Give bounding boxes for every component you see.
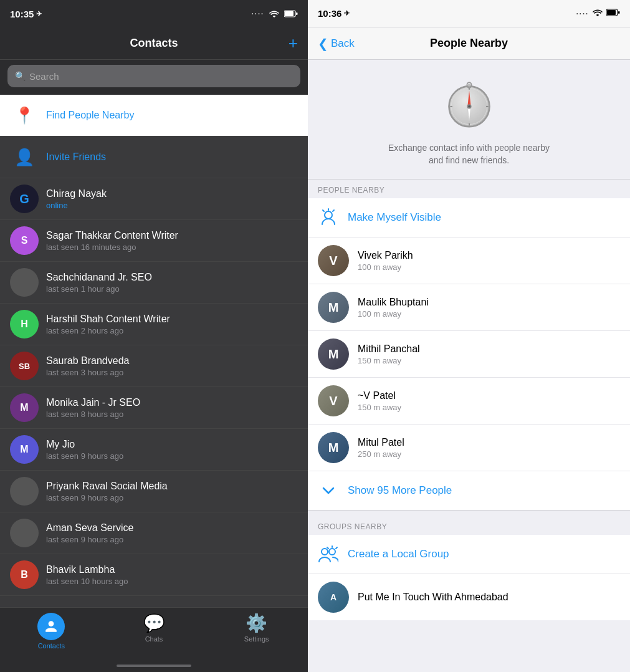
maulik-distance: 100 m away	[358, 309, 620, 319]
back-chevron-icon: ❮	[318, 36, 328, 51]
aman-avatar	[10, 519, 39, 547]
sachchidanand-avatar	[10, 268, 39, 297]
sagar-name: Sagar Thakkar Content Writer	[46, 230, 298, 241]
header-left: Contacts +	[0, 27, 308, 60]
put-in-touch-label: Put Me In Touch With Ahmedabad	[358, 592, 508, 603]
contact-saurab[interactable]: SB Saurab Brandveda last seen 3 hours ag…	[0, 345, 308, 387]
invite-friends-label: Invite Friends	[46, 151, 298, 163]
mitul-name: Mitul Patel	[358, 437, 620, 448]
contact-bhavik[interactable]: B Bhavik Lambha last seen 10 hours ago	[0, 554, 308, 596]
settings-tab-label: Settings	[244, 635, 269, 643]
nearby-person-maulik[interactable]: M Maulik Bhuptani 100 m away	[308, 284, 630, 331]
search-field[interactable]: 🔍 Search	[7, 65, 300, 87]
harshil-avatar: H	[10, 310, 39, 338]
location-icon-left: ✈	[36, 10, 42, 18]
mitul-avatar: M	[318, 432, 349, 463]
contacts-list: 📍 Find People Nearby 👤 Invite Friends G …	[0, 95, 308, 607]
myjio-avatar: M	[10, 435, 39, 464]
contact-sachchidanand[interactable]: Sachchidanand Jr. SEO last seen 1 hour a…	[0, 262, 308, 304]
sagar-avatar: S	[10, 226, 39, 255]
back-button[interactable]: ❮ Back	[318, 36, 355, 51]
svg-point-23	[322, 549, 328, 555]
nearby-person-mitul[interactable]: M Mitul Patel 250 m away	[308, 425, 630, 471]
mithil-distance: 150 m away	[358, 356, 620, 365]
contact-aman[interactable]: Aman Seva Service last seen 9 hours ago	[0, 512, 308, 554]
add-contact-button[interactable]: +	[289, 34, 298, 53]
battery-icon-right	[606, 9, 620, 18]
make-visible-icon	[318, 207, 339, 228]
monika-status: last seen 8 hours ago	[46, 410, 298, 419]
svg-line-22	[323, 210, 324, 211]
bhavik-name: Bhavik Lambha	[46, 564, 298, 575]
compass-icon	[441, 77, 497, 133]
invite-friends-item[interactable]: 👤 Invite Friends	[0, 137, 308, 178]
wifi-icon-left	[269, 9, 279, 19]
contact-chirag[interactable]: G Chirag Nayak online	[0, 178, 308, 220]
harshil-status: last seen 2 hours ago	[46, 326, 298, 335]
make-visible-label: Make Myself Visible	[348, 211, 441, 224]
vpatel-avatar: V	[318, 385, 349, 416]
settings-tab-icon: ⚙️	[246, 613, 267, 633]
back-label: Back	[331, 37, 355, 50]
svg-line-27	[327, 547, 328, 549]
chirag-status: online	[46, 201, 298, 210]
contact-sagar[interactable]: S Sagar Thakkar Content Writer last seen…	[0, 220, 308, 262]
contact-priyank[interactable]: Priyank Raval Social Media last seen 9 h…	[0, 471, 308, 512]
search-icon: 🔍	[15, 71, 26, 81]
chats-tab-label: Chats	[145, 635, 163, 643]
priyank-avatar	[10, 477, 39, 506]
header-right: ❮ Back People Nearby	[308, 27, 630, 60]
saurab-avatar: SB	[10, 352, 39, 380]
bhavik-status: last seen 10 hours ago	[46, 577, 298, 586]
contacts-tab-label: Contacts	[38, 642, 65, 650]
nearby-person-vpatel[interactable]: V ~V Patel 150 m away	[308, 378, 630, 425]
search-placeholder: Search	[29, 71, 59, 82]
myjio-name: My Jio	[46, 439, 298, 450]
mithil-avatar: M	[318, 338, 349, 370]
location-icon-right: ✈	[344, 9, 350, 17]
sachchidanand-name: Sachchidanand Jr. SEO	[46, 272, 298, 283]
contact-harshil[interactable]: H Harshil Shah Content Writer last seen …	[0, 304, 308, 345]
search-bar-left: 🔍 Search	[0, 60, 308, 95]
contact-myjio[interactable]: M My Jio last seen 9 hours ago	[0, 429, 308, 471]
battery-icon-left	[284, 9, 298, 19]
contact-monika[interactable]: M Monika Jain - Jr SEO last seen 8 hours…	[0, 387, 308, 429]
chats-tab-icon: 💬	[143, 613, 165, 633]
signal-dots-right: ····	[576, 10, 589, 17]
status-bar-left: 10:35 ✈ ····	[0, 0, 308, 27]
maulik-avatar: M	[318, 292, 349, 323]
show-more-button[interactable]: Show 95 More People	[308, 471, 630, 510]
put-in-touch-item[interactable]: A Put Me In Touch With Ahmedabad	[308, 574, 630, 620]
make-visible-item[interactable]: Make Myself Visible	[308, 198, 630, 238]
hero-section: Exchange contact info with people nearby…	[308, 60, 630, 180]
vpatel-distance: 150 m away	[358, 403, 620, 412]
sachchidanand-status: last seen 1 hour ago	[46, 284, 298, 294]
harshil-name: Harshil Shah Content Writer	[46, 314, 298, 325]
tab-chats[interactable]: 💬 Chats	[103, 613, 206, 643]
wifi-icon-right	[593, 9, 603, 18]
svg-rect-1	[285, 11, 294, 16]
tab-contacts[interactable]: Contacts	[0, 613, 103, 650]
nearby-person-mithil[interactable]: M Mithil Panchal 150 m away	[308, 331, 630, 378]
show-more-chevron-icon	[318, 480, 339, 501]
right-panel: 10:36 ✈ ···· ❮ Back People Nearby	[308, 0, 630, 672]
create-group-item[interactable]: Create a Local Group	[308, 535, 630, 574]
svg-rect-4	[607, 10, 616, 15]
vivek-name: Vivek Parikh	[358, 250, 620, 261]
groups-nearby-section-header: GROUPS NEARBY	[308, 516, 630, 535]
invite-friends-icon: 👤	[10, 143, 39, 171]
people-nearby-section-header: PEOPLE NEARBY	[308, 180, 630, 198]
monika-avatar: M	[10, 393, 39, 422]
monika-name: Monika Jain - Jr SEO	[46, 397, 298, 408]
time-left: 10:35	[10, 9, 34, 19]
nearby-person-vivek[interactable]: V Vivek Parikh 100 m away	[308, 238, 630, 284]
tab-settings[interactable]: ⚙️ Settings	[205, 613, 308, 643]
contacts-tab-icon	[37, 613, 65, 640]
create-group-icon	[318, 544, 339, 565]
time-right: 10:36	[318, 8, 341, 19]
find-people-item[interactable]: 📍 Find People Nearby	[0, 95, 308, 137]
bhavik-avatar: B	[10, 560, 39, 589]
home-bar-left	[117, 665, 191, 667]
maulik-name: Maulik Bhuptani	[358, 297, 620, 308]
aman-status: last seen 9 hours ago	[46, 535, 298, 544]
